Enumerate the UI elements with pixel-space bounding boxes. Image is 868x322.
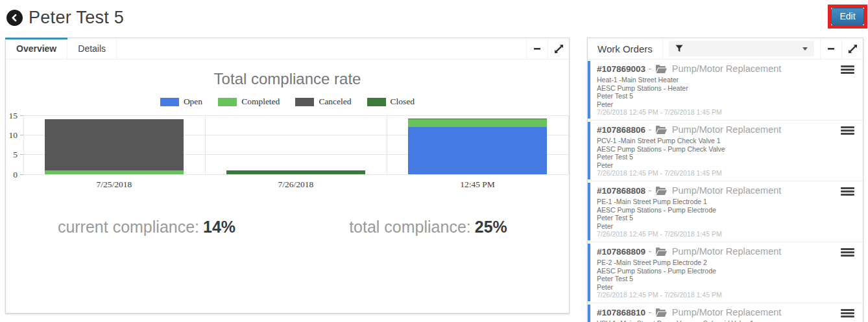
legend-item: Closed (367, 97, 415, 107)
work-order-id: #107868808 (597, 186, 645, 196)
open-folder-icon (656, 65, 667, 73)
svg-text:5: 5 (13, 150, 18, 159)
work-order-location: AESC Pump Stations - Pump Electrode (597, 206, 837, 214)
total-compliance-value: 25% (475, 218, 507, 236)
current-compliance-label: current compliance: (58, 218, 199, 236)
work-order-project: Peter Test 5 (597, 214, 837, 222)
work-order-id: #107868809 (597, 247, 645, 257)
legend-swatch (160, 98, 179, 106)
work-order-id: #107868806 (597, 125, 645, 135)
svg-text:7/25/2018: 7/25/2018 (97, 179, 132, 189)
total-compliance: total compliance:25% (287, 218, 569, 236)
work-order-card[interactable]: #107868808 - Pump/Motor Replacement PE-1… (588, 181, 863, 242)
work-order-card[interactable]: #107869003 - Pump/Motor Replacement Heat… (588, 60, 863, 121)
legend-item: Open (160, 97, 202, 107)
svg-text:10: 10 (9, 130, 18, 140)
work-order-card[interactable]: #107868810 - Pump/Motor Replacement VSV-… (588, 303, 863, 322)
work-order-dates: 7/26/2018 12:45 PM - 7/26/2018 1:45 PM (597, 169, 837, 178)
open-folder-icon (656, 187, 667, 195)
work-orders-list: #107869003 - Pump/Motor Replacement Heat… (588, 60, 863, 322)
work-order-menu-icon[interactable] (841, 65, 854, 74)
edit-button[interactable]: Edit (831, 8, 864, 25)
legend-label: Open (184, 97, 202, 107)
work-order-card[interactable]: #107868809 - Pump/Motor Replacement PE-2… (588, 242, 863, 303)
page-title: Peter Test 5 (29, 8, 124, 28)
compliance-row: current compliance:14% total compliance:… (6, 218, 569, 236)
work-order-type: Pump/Motor Replacement (672, 307, 781, 317)
open-folder-icon (656, 126, 667, 134)
funnel-filter-icon (675, 45, 683, 52)
page-header: Peter Test 5 (6, 8, 124, 28)
legend-label: Completed (241, 97, 280, 107)
work-order-separator: - (649, 307, 655, 317)
work-order-asset: PE-2 -Main Street Pump Electrode 2 (597, 259, 837, 267)
work-order-menu-icon[interactable] (841, 126, 854, 135)
work-order-assignee: Peter (597, 283, 837, 292)
back-icon[interactable] (6, 10, 23, 26)
work-order-separator: - (649, 246, 655, 257)
compliance-chart: 0510157/25/20187/26/201812:45 PM (6, 111, 569, 197)
svg-text:7/26/2018: 7/26/2018 (278, 179, 314, 189)
work-order-type: Pump/Motor Replacement (672, 124, 781, 135)
work-order-project: Peter Test 5 (597, 275, 837, 283)
work-order-card[interactable]: #107868806 - Pump/Motor Replacement PCV-… (588, 121, 863, 181)
work-order-project: Peter Test 5 (597, 153, 837, 161)
svg-text:12:45 PM: 12:45 PM (460, 179, 495, 189)
minus-icon (827, 45, 835, 52)
work-order-asset: PCV-1 -Main Street Pump Check Valve 1 (597, 137, 837, 145)
tab-details[interactable]: Details (67, 38, 117, 59)
work-order-headline: #107869003 - Pump/Motor Replacement (597, 62, 837, 76)
work-orders-panel: Work Orders #107869003 - Pump/Motor Repl… (587, 38, 863, 322)
legend-swatch (295, 98, 314, 106)
legend-swatch (218, 98, 237, 106)
work-order-asset: Heat-1 -Main Street Heater (597, 76, 837, 84)
expand-work-orders-button[interactable] (841, 38, 863, 59)
collapse-panel-button[interactable] (526, 38, 548, 59)
collapse-work-orders-button[interactable] (820, 38, 841, 59)
work-order-headline: #107868808 - Pump/Motor Replacement (597, 184, 837, 198)
work-orders-panel-header: Work Orders (588, 38, 863, 60)
work-order-location: AESC Pump Stations - Pump Check Valve (597, 145, 837, 154)
current-compliance-value: 14% (203, 218, 235, 236)
caret-down-icon (802, 47, 808, 51)
work-order-type: Pump/Motor Replacement (672, 246, 781, 257)
edit-button-annotation: Edit (828, 5, 867, 29)
work-order-headline: #107868810 - Pump/Motor Replacement (597, 306, 837, 319)
overview-panel: Overview Details Total compliance rate O… (5, 38, 570, 314)
work-order-type: Pump/Motor Replacement (672, 63, 781, 74)
work-order-asset: VSV-1 -Main Street Pump Vacuum Solenoid … (597, 319, 837, 322)
work-order-asset: PE-1 -Main Street Pump Electrode 1 (597, 198, 837, 206)
work-order-project: Peter Test 5 (597, 92, 837, 100)
work-order-dates: 7/26/2018 12:45 PM - 7/26/2018 1:45 PM (597, 291, 837, 299)
work-order-id: #107869003 (597, 64, 645, 74)
work-order-id: #107868810 (597, 308, 645, 317)
work-order-menu-icon[interactable] (841, 309, 854, 317)
work-orders-tab[interactable]: Work Orders (588, 38, 663, 59)
work-order-assignee: Peter (597, 100, 837, 109)
diagonal-expand-icon (849, 45, 857, 53)
work-order-dates: 7/26/2018 12:45 PM - 7/26/2018 1:45 PM (597, 108, 837, 117)
legend-label: Closed (391, 97, 415, 107)
overview-panel-header: Overview Details (6, 38, 569, 60)
header-spacer (117, 38, 526, 59)
open-folder-icon (656, 247, 667, 256)
work-order-separator: - (649, 124, 655, 135)
work-order-menu-icon[interactable] (841, 187, 854, 196)
work-orders-filter-dropdown[interactable] (669, 41, 814, 56)
total-compliance-label: total compliance: (349, 218, 471, 236)
work-order-assignee: Peter (597, 161, 837, 170)
tab-overview[interactable]: Overview (6, 38, 67, 59)
svg-text:0: 0 (13, 170, 18, 179)
work-order-dates: 7/26/2018 12:45 PM - 7/26/2018 1:45 PM (597, 230, 837, 238)
open-folder-icon (656, 308, 667, 317)
expand-panel-button[interactable] (548, 38, 569, 59)
diagonal-expand-icon (555, 45, 563, 53)
work-order-location: AESC Pump Stations - Heater (597, 84, 837, 93)
work-order-headline: #107868806 - Pump/Motor Replacement (597, 123, 837, 137)
work-order-menu-icon[interactable] (841, 248, 854, 257)
chart-legend: OpenCompletedCanceledClosed (6, 97, 569, 107)
legend-swatch (367, 98, 386, 106)
legend-item: Completed (218, 97, 280, 107)
work-order-location: AESC Pump Stations - Pump Electrode (597, 267, 837, 275)
chart-title: Total compliance rate (6, 70, 569, 88)
